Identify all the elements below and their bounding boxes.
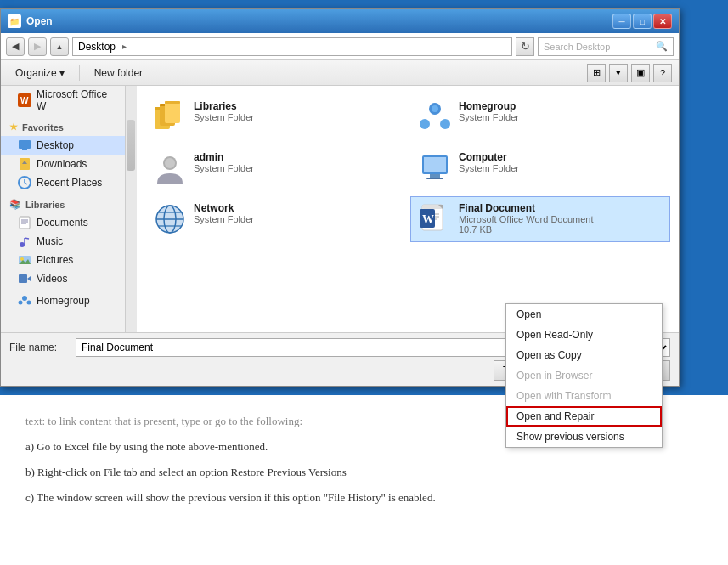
final-document-info: Final Document Microsoft Office Word Doc… bbox=[459, 202, 594, 234]
admin-type: System Folder bbox=[194, 163, 254, 173]
menu-item-open-and-repair[interactable]: Open and Repair bbox=[506, 406, 662, 427]
file-item-admin[interactable]: admin System Folder bbox=[145, 145, 405, 191]
doc-line-c: c) The window screen will show the previ… bbox=[25, 489, 703, 507]
recent-places-icon bbox=[18, 176, 31, 189]
scroll-thumb bbox=[127, 120, 135, 171]
pictures-label: Pictures bbox=[37, 254, 73, 266]
homegroup-info: Homegroup System Folder bbox=[459, 100, 519, 122]
view-dropdown-button[interactable]: ▾ bbox=[609, 64, 628, 82]
address-bar: ◀ ▶ ▲ Desktop ▸ ↻ Search Desktop 🔍 bbox=[1, 33, 679, 60]
downloads-label: Downloads bbox=[37, 158, 87, 170]
svg-point-33 bbox=[432, 105, 438, 112]
file-item-libraries[interactable]: Libraries System Folder bbox=[145, 94, 405, 140]
final-document-name: Final Document bbox=[459, 202, 594, 214]
up-button[interactable]: ▲ bbox=[50, 37, 69, 56]
office-icon: W bbox=[18, 93, 31, 107]
libraries-file-icon bbox=[153, 100, 187, 134]
address-field[interactable]: Desktop ▸ bbox=[72, 37, 512, 56]
svg-point-35 bbox=[165, 158, 175, 168]
music-icon bbox=[18, 234, 31, 248]
sidebar-section-homegroup-nav: Homegroup bbox=[1, 291, 125, 310]
menu-item-open-with-transform: Open with Transform bbox=[506, 386, 662, 406]
desktop-icon bbox=[18, 138, 31, 152]
computer-file-icon bbox=[418, 151, 452, 185]
sidebar-scrollbar[interactable] bbox=[125, 86, 137, 332]
computer-type: System Folder bbox=[459, 163, 519, 173]
new-folder-button[interactable]: New folder bbox=[87, 64, 150, 82]
forward-button[interactable]: ▶ bbox=[28, 37, 47, 56]
minimize-button[interactable]: ─ bbox=[612, 14, 631, 29]
sidebar-item-music[interactable]: Music bbox=[1, 232, 125, 251]
sidebar-item-homegroup[interactable]: Homegroup bbox=[1, 291, 125, 310]
sidebar-item-documents[interactable]: Documents bbox=[1, 213, 125, 232]
refresh-button[interactable]: ↻ bbox=[516, 37, 534, 56]
window-controls: ─ □ ✕ bbox=[612, 14, 672, 29]
desktop-label: Desktop bbox=[37, 139, 74, 151]
menu-item-open-readonly[interactable]: Open Read-Only bbox=[506, 325, 662, 345]
svg-point-31 bbox=[420, 119, 430, 129]
search-box[interactable]: Search Desktop 🔍 bbox=[538, 37, 674, 56]
organize-button[interactable]: Organize ▾ bbox=[8, 64, 72, 82]
back-button[interactable]: ◀ bbox=[6, 37, 25, 56]
menu-item-open-as-copy[interactable]: Open as Copy bbox=[506, 345, 662, 365]
main-area: W Microsoft Office W ★ Favorites bbox=[1, 86, 679, 332]
admin-name: admin bbox=[194, 151, 254, 163]
filename-input[interactable] bbox=[76, 338, 511, 357]
svg-text:W: W bbox=[422, 213, 434, 226]
homegroup-nav-icon bbox=[18, 294, 31, 308]
svg-rect-28 bbox=[165, 101, 180, 123]
star-icon: ★ bbox=[9, 121, 18, 133]
documents-label: Documents bbox=[37, 217, 88, 229]
favorites-header: ★ Favorites bbox=[1, 118, 125, 136]
view-toggle-button[interactable]: ⊞ bbox=[587, 64, 606, 82]
computer-name: Computer bbox=[459, 151, 519, 163]
open-dropdown-menu: Open Open Read-Only Open as Copy Open in… bbox=[505, 303, 663, 448]
sidebar-item-desktop[interactable]: Desktop bbox=[1, 136, 125, 155]
organize-label: Organize bbox=[15, 67, 57, 79]
file-item-network[interactable]: Network System Folder bbox=[145, 196, 405, 242]
new-folder-label: New folder bbox=[94, 67, 143, 79]
network-info: Network System Folder bbox=[194, 202, 254, 224]
homegroup-file-icon bbox=[418, 100, 452, 134]
sidebar-section-favorites: ★ Favorites Desktop Downloads bbox=[1, 118, 125, 192]
svg-line-8 bbox=[25, 183, 27, 184]
sidebar-item-downloads[interactable]: Downloads bbox=[1, 155, 125, 173]
libraries-header-icon: 📚 bbox=[9, 199, 21, 210]
maximize-button[interactable]: □ bbox=[633, 14, 652, 29]
doc-line-b: b) Right-click on File tab and select an… bbox=[25, 463, 703, 482]
libraries-header-label: Libraries bbox=[25, 200, 65, 210]
svg-rect-19 bbox=[19, 274, 27, 283]
sidebar-item-pictures[interactable]: Pictures bbox=[1, 251, 125, 269]
preview-pane-button[interactable]: ▣ bbox=[631, 64, 650, 82]
file-item-computer[interactable]: Computer System Folder bbox=[410, 145, 670, 191]
recent-places-label: Recent Places bbox=[37, 177, 102, 189]
sidebar-item-videos[interactable]: Videos bbox=[1, 269, 125, 288]
close-button[interactable]: ✕ bbox=[653, 14, 672, 29]
libraries-type: System Folder bbox=[194, 112, 254, 122]
sidebar-office-label: Microsoft Office W bbox=[37, 88, 116, 112]
libraries-info: Libraries System Folder bbox=[194, 100, 254, 122]
file-item-homegroup[interactable]: Homegroup System Folder bbox=[410, 94, 670, 140]
documents-icon bbox=[18, 216, 31, 229]
sidebar-item-recent[interactable]: Recent Places bbox=[1, 173, 125, 192]
final-document-size: 10.7 KB bbox=[459, 224, 594, 234]
network-type: System Folder bbox=[194, 214, 254, 224]
menu-item-open[interactable]: Open bbox=[506, 304, 662, 325]
svg-marker-20 bbox=[27, 276, 31, 281]
computer-info: Computer System Folder bbox=[459, 151, 519, 173]
menu-item-show-previous-versions[interactable]: Show previous versions bbox=[506, 427, 662, 447]
dialog-title: Open bbox=[26, 15, 53, 27]
videos-label: Videos bbox=[37, 273, 67, 285]
svg-line-15 bbox=[25, 238, 29, 239]
file-item-final-document[interactable]: W Final Document Microsoft Office Word D… bbox=[410, 196, 670, 242]
sidebar-item-office[interactable]: W Microsoft Office W bbox=[1, 86, 125, 115]
help-button[interactable]: ? bbox=[653, 64, 672, 82]
file-grid: Libraries System Folder Homegroup Syst bbox=[137, 86, 679, 332]
network-file-icon bbox=[153, 202, 187, 236]
admin-info: admin System Folder bbox=[194, 151, 254, 173]
pictures-icon bbox=[18, 253, 31, 267]
menu-item-open-in-browser: Open in Browser bbox=[506, 365, 662, 386]
sidebar-section-office: W Microsoft Office W bbox=[1, 86, 125, 115]
music-label: Music bbox=[37, 235, 63, 247]
libraries-name: Libraries bbox=[194, 100, 254, 112]
